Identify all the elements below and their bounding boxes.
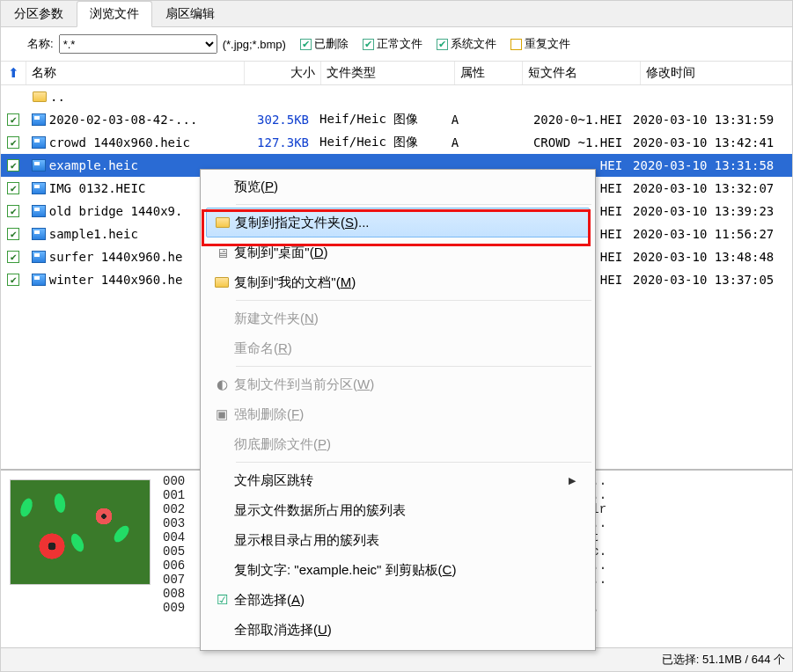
folder-icon	[215, 277, 229, 288]
folder-icon	[216, 217, 230, 228]
ctx-sector-jump[interactable]: 文件扇区跳转▶	[202, 465, 593, 495]
file-name: example.heic	[49, 158, 138, 172]
pie-icon: ◐	[209, 376, 234, 392]
ctx-copy-to-desktop[interactable]: 🖥复制到"桌面"(D)	[202, 237, 593, 267]
ctx-new-folder: 新建文件夹(N)	[202, 303, 593, 333]
row-checkbox[interactable]: ✔	[7, 113, 19, 126]
row-checkbox[interactable]: ✔	[7, 274, 19, 286]
file-type: Heif/Heic 图像	[314, 112, 446, 128]
file-mtime: 2020-03-10 13:42:41	[628, 135, 792, 150]
parent-dir-row[interactable]: ..	[1, 85, 792, 108]
file-size: 302.5KB	[239, 113, 314, 127]
ctx-copy-to-partition: ◐复制文件到当前分区(W)	[202, 369, 593, 399]
table-row[interactable]: ✔2020-02-03-08-42-...302.5KBHeif/Heic 图像…	[1, 108, 792, 131]
image-file-icon	[32, 274, 46, 286]
file-mtime: 2020-03-10 13:31:58	[628, 158, 792, 172]
file-short: 2020-0~1.HEI	[512, 113, 628, 127]
file-mtime: 2020-03-10 13:32:07	[628, 181, 792, 195]
row-checkbox[interactable]: ✔	[7, 136, 19, 149]
file-type: Heif/Heic 图像	[314, 135, 446, 150]
file-name: old_bridge_1440x9.	[49, 204, 183, 218]
tab-browse[interactable]: 浏览文件	[77, 1, 152, 27]
thumbnail	[1, 471, 159, 648]
row-checkbox[interactable]: ✔	[7, 228, 19, 240]
filter-name-label: 名称:	[27, 36, 54, 52]
delete-icon: ▣	[209, 406, 234, 422]
file-size: 127.3KB	[239, 135, 314, 150]
tab-bar: 分区参数 浏览文件 扇区编辑	[1, 1, 792, 27]
file-name: crowd_1440x960.heic	[49, 135, 190, 150]
file-name: IMG_0132.HEIC	[49, 181, 146, 195]
context-menu: 预览(P) 复制到指定文件夹(S)... 🖥复制到"桌面"(D) 复制到"我的文…	[200, 169, 596, 651]
col-mtime[interactable]: 修改时间	[641, 62, 792, 84]
file-mtime: 2020-03-10 13:48:48	[628, 250, 792, 264]
col-size[interactable]: 大小	[245, 62, 320, 84]
ctx-cluster-root[interactable]: 显示根目录占用的簇列表	[202, 525, 593, 555]
col-attr[interactable]: 属性	[455, 62, 523, 84]
file-mtime: 2020-03-10 13:37:05	[628, 273, 792, 287]
file-short: CROWD_~1.HEI	[512, 135, 628, 150]
filter-bar: 名称: *.* (*.jpg;*.bmp) ✔已删除 ✔正常文件 ✔系统文件 ✔…	[1, 27, 792, 62]
filter-system[interactable]: ✔系统文件	[437, 36, 496, 52]
ctx-copy-to-docs[interactable]: 复制到"我的文档"(M)	[202, 267, 593, 297]
column-headers: ⬆ 名称 大小 文件类型 属性 短文件名 修改时间	[1, 62, 792, 85]
folder-icon	[33, 91, 47, 102]
tab-partition[interactable]: 分区参数	[1, 1, 77, 26]
tab-sector[interactable]: 扇区编辑	[152, 1, 228, 26]
ctx-deselect-all[interactable]: 全部取消选择(U)	[202, 615, 593, 645]
row-checkbox[interactable]: ✔	[7, 205, 19, 217]
check-icon: ☑	[209, 592, 234, 608]
table-row[interactable]: ✔crowd_1440x960.heic127.3KBHeif/Heic 图像A…	[1, 131, 792, 154]
file-name: surfer_1440x960.he	[49, 250, 183, 264]
image-file-icon	[32, 205, 46, 217]
image-file-icon	[32, 113, 46, 126]
file-mtime: 2020-03-10 11:56:27	[628, 227, 792, 241]
ctx-rename: 重命名(R)	[202, 333, 593, 363]
col-short[interactable]: 短文件名	[523, 62, 641, 84]
image-file-icon	[32, 251, 46, 263]
ctx-copy-to-folder[interactable]: 复制到指定文件夹(S)...	[206, 208, 590, 237]
ctx-force-delete: ▣强制删除(F)	[202, 399, 593, 429]
filter-normal[interactable]: ✔正常文件	[363, 36, 422, 52]
file-mtime: 2020-03-10 13:31:59	[628, 113, 792, 127]
chevron-right-icon: ▶	[569, 475, 576, 486]
col-type[interactable]: 文件类型	[321, 62, 456, 84]
filter-hint: (*.jpg;*.bmp)	[223, 38, 286, 51]
filter-duplicate[interactable]: ✔重复文件	[510, 36, 570, 52]
file-name: 2020-02-03-08-42-...	[49, 113, 198, 127]
filter-deleted[interactable]: ✔已删除	[300, 36, 349, 52]
image-file-icon	[32, 136, 46, 149]
row-checkbox[interactable]: ✔	[7, 251, 19, 263]
ctx-copy-text[interactable]: 复制文字: "example.heic" 到剪贴板(C)	[202, 555, 593, 585]
row-checkbox[interactable]: ✔	[7, 159, 19, 172]
col-name[interactable]: 名称	[26, 62, 245, 84]
file-name: sample1.heic	[49, 227, 138, 241]
image-file-icon	[32, 159, 46, 172]
file-attr: A	[446, 113, 512, 127]
row-checkbox[interactable]: ✔	[7, 182, 19, 194]
filter-pattern-select[interactable]: *.*	[59, 34, 217, 54]
ctx-preview[interactable]: 预览(P)	[202, 172, 593, 201]
image-file-icon	[32, 228, 46, 240]
ctx-perm-delete: 彻底删除文件(P)	[202, 429, 593, 459]
monitor-icon: 🖥	[209, 245, 234, 260]
file-mtime: 2020-03-10 13:39:23	[628, 204, 792, 218]
up-icon[interactable]: ⬆	[8, 65, 19, 81]
file-attr: A	[446, 135, 512, 150]
ctx-cluster-file[interactable]: 显示文件数据所占用的簇列表	[202, 495, 593, 525]
image-file-icon	[32, 182, 46, 194]
ctx-select-all[interactable]: ☑全部选择(A)	[202, 585, 593, 615]
file-name: winter_1440x960.he	[49, 273, 183, 287]
status-bar: 已选择: 51.1MB / 644 个	[1, 647, 792, 671]
